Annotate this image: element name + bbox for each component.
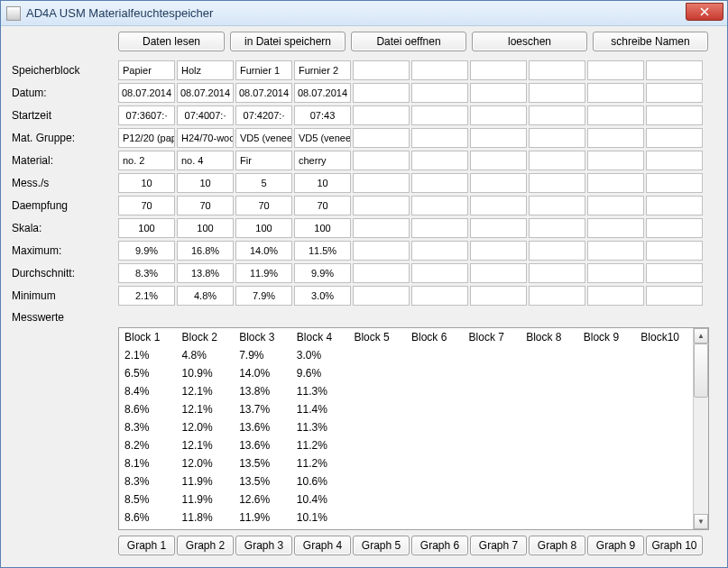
skala-cell-5[interactable] bbox=[353, 218, 410, 238]
durchschnitt-cell-5[interactable] bbox=[353, 263, 410, 283]
graph-button-1[interactable]: Graph 1 bbox=[118, 536, 175, 555]
maximum-cell-4[interactable]: 11.5% bbox=[294, 241, 351, 261]
maximum-cell-7[interactable] bbox=[470, 241, 527, 261]
messps-cell-10[interactable] bbox=[646, 173, 703, 193]
messps-cell-9[interactable] bbox=[587, 173, 644, 193]
datum-cell-1[interactable]: 08.07.2014 bbox=[118, 83, 175, 103]
messps-cell-8[interactable] bbox=[529, 173, 585, 193]
daempfung-cell-4[interactable]: 70 bbox=[294, 196, 351, 215]
material-cell-5[interactable] bbox=[353, 151, 410, 170]
matgruppe-cell-10[interactable] bbox=[646, 128, 703, 148]
scroll-down-icon[interactable]: ▼ bbox=[694, 514, 708, 529]
daempfung-cell-8[interactable] bbox=[529, 196, 585, 215]
skala-cell-3[interactable]: 100 bbox=[235, 218, 292, 238]
startzeit-cell-6[interactable] bbox=[411, 105, 468, 125]
startzeit-cell-8[interactable] bbox=[529, 105, 585, 125]
matgruppe-cell-3[interactable]: VD5 (veneer bbox=[235, 128, 292, 148]
matgruppe-cell-7[interactable] bbox=[470, 128, 527, 148]
scrollbar[interactable]: ▲ ▼ bbox=[693, 328, 708, 529]
daempfung-cell-7[interactable] bbox=[470, 196, 527, 215]
material-cell-9[interactable] bbox=[587, 151, 644, 170]
minimum-cell-4[interactable]: 3.0% bbox=[294, 286, 351, 306]
startzeit-cell-3[interactable]: 07:4207:· bbox=[235, 105, 292, 125]
speicherblock-cell-7[interactable] bbox=[470, 60, 527, 80]
table-header-9[interactable]: Block 9 bbox=[578, 328, 636, 346]
durchschnitt-cell-7[interactable] bbox=[470, 263, 527, 283]
daempfung-cell-3[interactable]: 70 bbox=[235, 196, 292, 215]
minimum-cell-2[interactable]: 4.8% bbox=[177, 286, 234, 306]
maximum-cell-1[interactable]: 9.9% bbox=[118, 241, 175, 261]
table-header-2[interactable]: Block 2 bbox=[177, 328, 235, 346]
table-header-3[interactable]: Block 3 bbox=[234, 328, 291, 346]
table-header-5[interactable]: Block 5 bbox=[348, 328, 406, 346]
skala-cell-9[interactable] bbox=[587, 218, 644, 238]
minimum-cell-8[interactable] bbox=[529, 286, 585, 306]
write-names-button[interactable]: schreibe Namen bbox=[593, 32, 708, 51]
daempfung-cell-9[interactable] bbox=[587, 196, 644, 215]
matgruppe-cell-5[interactable] bbox=[353, 128, 410, 148]
maximum-cell-10[interactable] bbox=[646, 241, 703, 261]
daempfung-cell-1[interactable]: 70 bbox=[118, 196, 175, 215]
messps-cell-6[interactable] bbox=[411, 173, 468, 193]
daempfung-cell-2[interactable]: 70 bbox=[177, 196, 234, 215]
maximum-cell-3[interactable]: 14.0% bbox=[235, 241, 292, 261]
messps-cell-1[interactable]: 10 bbox=[118, 173, 175, 193]
durchschnitt-cell-3[interactable]: 11.9% bbox=[235, 263, 292, 283]
maximum-cell-8[interactable] bbox=[529, 241, 585, 261]
graph-button-2[interactable]: Graph 2 bbox=[177, 536, 234, 555]
skala-cell-6[interactable] bbox=[411, 218, 468, 238]
skala-cell-10[interactable] bbox=[646, 218, 703, 238]
durchschnitt-cell-4[interactable]: 9.9% bbox=[294, 263, 351, 283]
speicherblock-cell-4[interactable]: Furnier 2 bbox=[294, 60, 351, 80]
matgruppe-cell-6[interactable] bbox=[411, 128, 468, 148]
minimum-cell-3[interactable]: 7.9% bbox=[235, 286, 292, 306]
skala-cell-7[interactable] bbox=[470, 218, 527, 238]
minimum-cell-5[interactable] bbox=[353, 286, 410, 306]
minimum-cell-10[interactable] bbox=[646, 286, 703, 306]
datum-cell-9[interactable] bbox=[587, 83, 644, 103]
graph-button-5[interactable]: Graph 5 bbox=[353, 536, 410, 555]
startzeit-cell-7[interactable] bbox=[470, 105, 527, 125]
daempfung-cell-6[interactable] bbox=[411, 196, 468, 215]
matgruppe-cell-4[interactable]: VD5 (veneer bbox=[294, 128, 351, 148]
durchschnitt-cell-6[interactable] bbox=[411, 263, 468, 283]
maximum-cell-6[interactable] bbox=[411, 241, 468, 261]
material-cell-7[interactable] bbox=[470, 151, 527, 170]
graph-button-3[interactable]: Graph 3 bbox=[235, 536, 292, 555]
table-header-4[interactable]: Block 4 bbox=[291, 328, 349, 346]
table-header-10[interactable]: Block10 bbox=[635, 328, 693, 346]
speicherblock-cell-9[interactable] bbox=[587, 60, 644, 80]
durchschnitt-cell-9[interactable] bbox=[587, 263, 644, 283]
graph-button-7[interactable]: Graph 7 bbox=[470, 536, 527, 555]
graph-button-9[interactable]: Graph 9 bbox=[587, 536, 644, 555]
material-cell-3[interactable]: Fir bbox=[235, 151, 292, 170]
daempfung-cell-5[interactable] bbox=[353, 196, 410, 215]
read-button[interactable]: Daten lesen bbox=[118, 32, 225, 51]
matgruppe-cell-8[interactable] bbox=[529, 128, 585, 148]
speicherblock-cell-10[interactable] bbox=[646, 60, 703, 80]
datum-cell-8[interactable] bbox=[529, 83, 585, 103]
minimum-cell-1[interactable]: 2.1% bbox=[118, 286, 175, 306]
startzeit-cell-9[interactable] bbox=[587, 105, 644, 125]
datum-cell-6[interactable] bbox=[411, 83, 468, 103]
messps-cell-3[interactable]: 5 bbox=[235, 173, 292, 193]
speicherblock-cell-2[interactable]: Holz bbox=[177, 60, 234, 80]
speicherblock-cell-8[interactable] bbox=[529, 60, 585, 80]
speicherblock-cell-3[interactable]: Furnier 1 bbox=[235, 60, 292, 80]
graph-button-10[interactable]: Graph 10 bbox=[646, 536, 703, 555]
datum-cell-4[interactable]: 08.07.2014 bbox=[294, 83, 351, 103]
minimum-cell-7[interactable] bbox=[470, 286, 527, 306]
material-cell-10[interactable] bbox=[646, 151, 703, 170]
maximum-cell-9[interactable] bbox=[587, 241, 644, 261]
table-header-7[interactable]: Block 7 bbox=[464, 328, 521, 346]
messps-cell-5[interactable] bbox=[353, 173, 410, 193]
close-button[interactable] bbox=[686, 3, 723, 21]
startzeit-cell-4[interactable]: 07:43 bbox=[294, 105, 351, 125]
table-header-1[interactable]: Block 1 bbox=[119, 328, 177, 346]
durchschnitt-cell-8[interactable] bbox=[529, 263, 585, 283]
startzeit-cell-10[interactable] bbox=[646, 105, 703, 125]
minimum-cell-6[interactable] bbox=[411, 286, 468, 306]
save-file-button[interactable]: in Datei speichern bbox=[230, 32, 346, 51]
startzeit-cell-1[interactable]: 07:3607:· bbox=[118, 105, 175, 125]
matgruppe-cell-1[interactable]: P12/20 (pap bbox=[118, 128, 175, 148]
